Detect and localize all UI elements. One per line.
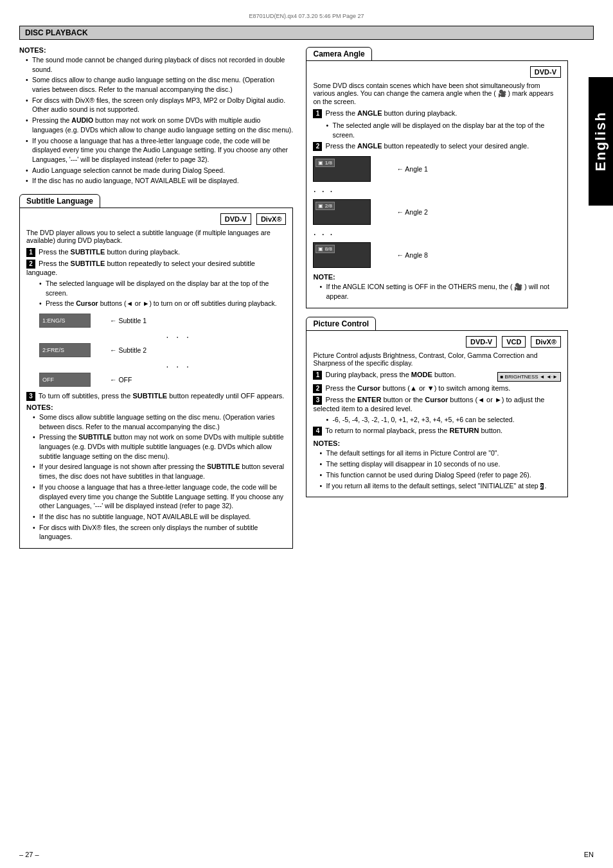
- camera-note-heading: NOTE:: [313, 273, 561, 281]
- picture-notes-heading: NOTES:: [313, 439, 561, 447]
- angle-label-8: ← Angle 8: [396, 251, 427, 259]
- picture-step3-num: 3: [313, 396, 322, 405]
- disc-note-6: Audio Language selection cannot be made …: [26, 166, 293, 175]
- step1-num: 1: [26, 248, 35, 257]
- subtitle-label-1: ← Subtitle 1: [110, 317, 147, 324]
- sub-note-4: If you choose a language that has a thre…: [33, 483, 286, 511]
- camera-step1-details: The selected angle will be displayed on …: [313, 121, 561, 139]
- disc-note-7: If the disc has no audio language, NOT A…: [26, 176, 293, 186]
- camera-note-1: If the ANGLE ICON setting is OFF in the …: [319, 282, 561, 301]
- subtitle-dots-2: · · ·: [71, 361, 286, 371]
- angle-screen-8-inner: ▣ 8/8: [315, 245, 334, 253]
- english-label: English: [592, 111, 609, 171]
- subtitle-dvdv-badge: DVD-V: [220, 213, 251, 225]
- page-footer: – 27 – EN: [0, 851, 613, 858]
- picture-control-header: Picture Control: [306, 317, 376, 331]
- angle-screen-8: ▣ 8/8: [313, 242, 371, 268]
- left-column: NOTES: The sound mode cannot be changed …: [19, 46, 293, 556]
- subtitle-screen-2-row: 2:FRE/S ← Subtitle 2: [39, 343, 286, 357]
- picture-step4-num: 4: [313, 427, 322, 436]
- picture-control-section: Picture Control DVD-V VCD DivX® Picture …: [306, 316, 568, 497]
- subtitle-detail-2: Press the Cursor buttons (◄ or ►) to tur…: [39, 299, 286, 308]
- camera-step2-num: 2: [313, 142, 322, 151]
- step-ref-2: 2: [540, 483, 544, 490]
- sub-note-2: Pressing the SUBTITLE button may not wor…: [33, 432, 286, 461]
- subtitle-screen-off: OFF: [39, 373, 91, 387]
- sub-note-1: Some discs allow subtitle language setti…: [33, 412, 286, 431]
- page: E8701UD(EN).qx4 07.3.20 5:46 PM Page 27 …: [0, 0, 613, 868]
- camera-angle-section: Camera Angle DVD-V Some DVD discs contai…: [306, 46, 568, 308]
- subtitle-intro: The DVD player allows you to select a su…: [26, 229, 286, 244]
- camera-angle-header: Camera Angle: [306, 47, 371, 61]
- subtitle-screen-1: 1:ENG/S: [39, 314, 91, 328]
- picture-step4: 4 To return to normal playback, press th…: [313, 427, 561, 436]
- english-sidebar: English: [589, 77, 613, 206]
- disc-playback-header: DISC PLAYBACK: [19, 26, 594, 40]
- picture-step2-num: 2: [313, 384, 322, 393]
- brightness-display: ■ BRIGHTNESS ◄ ◄·►: [497, 372, 561, 382]
- picture-intro: Picture Control adjusts Brightness, Cont…: [313, 351, 561, 367]
- angle-row-1: ▣ 1/8 ← Angle 1: [313, 156, 561, 182]
- camera-intro: Some DVD discs contain scenes which have…: [313, 82, 561, 105]
- subtitle-screen-2: 2:FRE/S: [39, 343, 91, 357]
- picture-step1: 1 During playback, press the MODE button…: [313, 371, 493, 380]
- two-column-layout: NOTES: The sound mode cannot be changed …: [19, 46, 594, 556]
- camera-step1: 1 Press the ANGLE button during playback…: [313, 109, 561, 118]
- subtitle-label-off: ← OFF: [110, 376, 132, 384]
- angle-screen-1-inner: ▣ 1/8: [315, 159, 334, 167]
- disc-notes-list: The sound mode cannot be changed during …: [19, 55, 293, 186]
- disc-note-3: For discs with DivX® files, the screen o…: [26, 96, 293, 114]
- subtitle-screens: 1:ENG/S ← Subtitle 1 · · · 2:FRE/S ← Sub…: [39, 314, 286, 387]
- disc-note-1: The sound mode cannot be changed during …: [26, 55, 293, 74]
- angle-row-2: ▣ 2/8 ← Angle 2: [313, 199, 561, 225]
- camera-step1-num: 1: [313, 109, 322, 118]
- angle-label-2: ← Angle 2: [396, 208, 427, 216]
- camera-dvdv-badge: DVD-V: [530, 66, 561, 78]
- camera-angle-content: DVD-V Some DVD discs contain scenes whic…: [306, 60, 568, 308]
- step3-num: 3: [26, 392, 35, 401]
- angle-screen-2: ▣ 2/8: [313, 199, 371, 225]
- subtitle-detail-1: The selected language will be displayed …: [39, 279, 286, 297]
- subtitle-divx-badge: DivX®: [256, 213, 287, 225]
- picture-note-3: This function cannot be used during Dial…: [319, 470, 561, 480]
- page-header: E8701UD(EN).qx4 07.3.20 5:46 PM Page 27: [19, 13, 594, 19]
- sub-note-6: For discs with DivX® files, the screen o…: [33, 523, 286, 542]
- camera-step1-detail: The selected angle will be displayed on …: [326, 121, 561, 139]
- footer-page-num: – 27 –: [19, 851, 39, 858]
- camera-angle-badges: DVD-V: [313, 66, 561, 78]
- right-column: Camera Angle DVD-V Some DVD discs contai…: [306, 46, 568, 556]
- disc-notes-heading: NOTES:: [19, 46, 293, 54]
- disc-note-5: If you choose a language that has a thre…: [26, 136, 293, 164]
- subtitle-label-2: ← Subtitle 2: [110, 346, 147, 354]
- subtitle-notes-heading: NOTES:: [26, 403, 286, 411]
- subtitle-language-header: Subtitle Language: [19, 194, 100, 208]
- picture-step3-detail: -6, -5, -4, -3, -2, -1, 0, +1, +2, +3, +…: [326, 415, 561, 425]
- picture-notes-list: The default settings for all items in Pi…: [313, 448, 561, 490]
- disc-playback-notes: NOTES: The sound mode cannot be changed …: [19, 46, 293, 186]
- picture-divx-badge: DivX®: [531, 336, 561, 348]
- subtitle-dots-1: · · ·: [71, 332, 286, 342]
- angle-row-8: ▣ 8/8 ← Angle 8: [313, 242, 561, 268]
- camera-step2: 2 Press the ANGLE button repeatedly to s…: [313, 142, 561, 151]
- subtitle-step2-details: The selected language will be displayed …: [26, 279, 286, 308]
- picture-step3: 3 Press the ENTER button or the Cursor b…: [313, 396, 561, 412]
- subtitle-badges: DVD-V DivX®: [26, 213, 286, 225]
- angle-screen-1: ▣ 1/8: [313, 156, 371, 182]
- footer-lang: EN: [584, 851, 594, 858]
- subtitle-language-section: Subtitle Language DVD-V DivX® The DVD pl…: [19, 193, 293, 549]
- subtitle-screen-1-row: 1:ENG/S ← Subtitle 1: [39, 314, 286, 328]
- disc-note-2: Some discs allow to change audio languag…: [26, 75, 293, 94]
- step2-num: 2: [26, 260, 35, 269]
- sub-note-5: If the disc has no subtitle language, NO…: [33, 512, 286, 522]
- picture-control-badges: DVD-V VCD DivX®: [313, 336, 561, 348]
- picture-dvdv-badge: DVD-V: [466, 336, 497, 348]
- picture-vcd-badge: VCD: [502, 336, 526, 348]
- subtitle-step2: 2 Press the SUBTITLE button repeatedly t…: [26, 260, 286, 276]
- angle-dots-1: · · ·: [313, 186, 561, 197]
- subtitle-language-content: DVD-V DivX® The DVD player allows you to…: [19, 208, 293, 549]
- subtitle-step3: 3 To turn off subtitles, press the SUBTI…: [26, 392, 286, 401]
- picture-note-2: The setting display will disappear in 10…: [319, 459, 561, 469]
- subtitle-notes-list: Some discs allow subtitle language setti…: [26, 412, 286, 542]
- picture-step1-row: 1 During playback, press the MODE button…: [313, 371, 561, 382]
- camera-note-list: If the ANGLE ICON setting is OFF in the …: [313, 282, 561, 301]
